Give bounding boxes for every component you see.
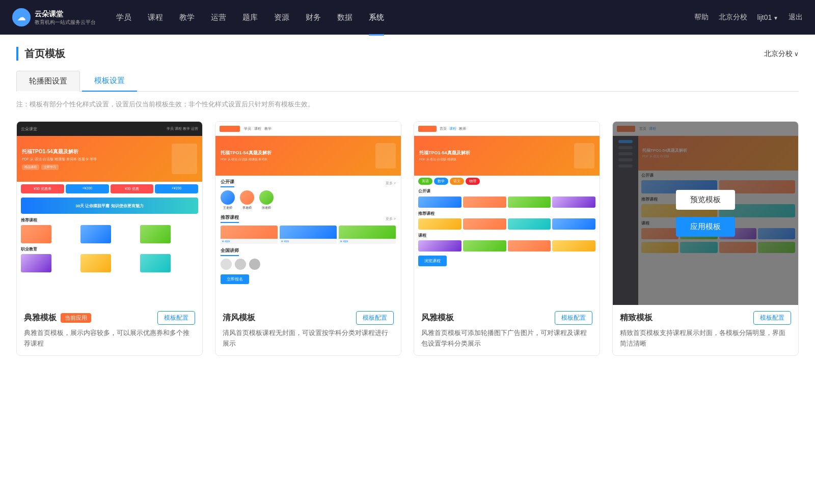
logo-sm-3	[418, 126, 437, 132]
coupon-row-1: ¥30 优惠券 +¥200 ¥30 优惠 +¥200	[17, 182, 202, 196]
hero-sub-1: PDF 从·语法·白话版·精课版·单词本·答题卡·等等	[22, 157, 97, 162]
public-2	[463, 197, 506, 208]
nav-teaching[interactable]: 教学	[179, 11, 195, 24]
all-teacher-1	[221, 259, 232, 270]
c-1	[418, 240, 461, 251]
tab-carousel[interactable]: 轮播图设置	[16, 71, 80, 92]
public-3	[508, 197, 551, 208]
hero-title-3: 托福TPO1-54真题及解析	[419, 150, 470, 156]
help-link[interactable]: 帮助	[694, 13, 709, 22]
hero-img-2	[375, 143, 396, 169]
course-thumb-5	[80, 254, 111, 272]
template-name-row-4: 精致模板 模板配置	[620, 311, 791, 325]
templates-grid: 云朵课堂 学员 课程 教学 运营 托福TPO1-54真题及解析 PDF 从·语法…	[16, 121, 799, 356]
feature-tags-3: 英语 数学 语文 物理	[414, 176, 600, 187]
recommend-grid-3	[414, 217, 600, 231]
template-info-4: 精致模板 模板配置 精致首页模板支持课程展示封面，各模板分隔明显，界面简洁清晰	[613, 305, 798, 355]
nav-finance[interactable]: 财务	[306, 11, 321, 24]
nav-student[interactable]: 学员	[116, 11, 131, 24]
hero-text-2: 托福TPO1-54真题及解析 PDF 从·语法·白话版·精课版·单词本	[221, 150, 271, 162]
branch-selector[interactable]: 北京分校	[764, 49, 799, 59]
section-course-3: 课程	[414, 231, 600, 239]
template-card-1: 云朵课堂 学员 课程 教学 运营 托福TPO1-54真题及解析 PDF 从·语法…	[16, 121, 203, 356]
config-button-2[interactable]: 模板配置	[356, 311, 394, 325]
logout-link[interactable]: 退出	[789, 13, 803, 22]
tabs-area: 轮播图设置 模板设置	[16, 71, 799, 92]
main-header: ☁ 云朵课堂 教育机构一站式服务云平台 学员 课程 教学 运营 题库 资源 财务…	[0, 0, 815, 35]
nav-course[interactable]: 课程	[148, 11, 163, 24]
hero-image-1	[172, 144, 197, 174]
teacher-1: 王老师	[221, 190, 235, 210]
apply-button-4[interactable]: 应用模板	[676, 217, 735, 237]
teacher-name-1: 王老师	[221, 206, 235, 210]
user-menu[interactable]: lijt01	[757, 13, 778, 21]
template-name-3: 风雅模板	[421, 313, 454, 323]
current-badge-1: 当前应用	[61, 313, 91, 323]
more-recommend-2: 更多 >	[386, 216, 396, 221]
nav-question[interactable]: 题库	[242, 11, 258, 24]
course-thumb-3	[140, 225, 171, 243]
teacher-3: 张老师	[259, 190, 274, 210]
course-grid-2	[17, 253, 202, 273]
note-text: 注：模板有部分个性化样式设置，设置后仅当前模板生效；非个性化样式设置后只针对所有…	[16, 100, 799, 109]
tag-1: 英语	[418, 178, 432, 185]
config-button-3[interactable]: 模板配置	[555, 311, 592, 325]
template-card-4: 首页 课程	[612, 121, 799, 356]
nav-item-3-3: 教师	[459, 126, 466, 131]
template-preview-1: 云朵课堂 学员 课程 教学 运营 托福TPO1-54真题及解析 PDF 从·语法…	[17, 122, 202, 305]
mockup-logo-1: 云朵课堂	[21, 126, 37, 132]
logo-text: 云朵课堂 教育机构一站式服务云平台	[35, 9, 96, 25]
mockup-header-1: 云朵课堂 学员 课程 教学 运营	[17, 122, 202, 136]
template-desc-2: 清风首页模板课程无封面，可设置按学科分类对课程进行展示	[223, 328, 394, 349]
course-thumb-6	[140, 254, 171, 272]
hero-sub-3: PDF 从·语法·白话版·精课版	[419, 157, 470, 162]
config-button-4[interactable]: 模板配置	[753, 311, 791, 325]
hero-sub-2: PDF 从·语法·白话版·精课版·单词本	[221, 157, 271, 162]
coupon-4: +¥200	[155, 184, 198, 193]
section-job: 职业教育	[17, 244, 202, 253]
main-nav: 学员 课程 教学 运营 题库 资源 财务 数据 系统	[116, 11, 694, 24]
avatar-3	[259, 190, 274, 205]
mockup-hero-1: 托福TPO1-54真题及解析 PDF 从·语法·白话版·精课版·单词本·答题卡·…	[17, 136, 202, 182]
template-preview-2: 学员 课程 教学 托福TPO1-54真题及解析 PDF 从·语法·白话版·精课版…	[215, 122, 401, 305]
c-2	[463, 240, 506, 251]
hero-tags-1: 精品课程 立即学习	[22, 164, 97, 170]
logo-sm-2	[220, 126, 240, 132]
page-content: 首页模板 北京分校 轮播图设置 模板设置 注：模板有部分个性化样式设置，设置后仅…	[0, 35, 815, 504]
course-card-2-3: ¥ 499	[339, 226, 396, 244]
template-name-1: 典雅模板	[24, 313, 57, 323]
template-card-2: 学员 课程 教学 托福TPO1-54真题及解析 PDF 从·语法·白话版·精课版…	[215, 121, 401, 356]
nav-operations[interactable]: 运营	[211, 11, 226, 24]
tab-template[interactable]: 模板设置	[82, 71, 137, 92]
hero-tag-2: 立即学习	[41, 164, 59, 170]
template-name-left-4: 精致模板	[620, 313, 653, 323]
logo-area: ☁ 云朵课堂 教育机构一站式服务云平台	[12, 8, 96, 26]
section-recommend: 推荐课程	[17, 215, 202, 224]
nav-data[interactable]: 数据	[337, 11, 352, 24]
public-1	[418, 197, 461, 208]
template-name-row-1: 典雅模板 当前应用 模板配置	[24, 311, 195, 325]
template-info-3: 风雅模板 模板配置 风雅首页模板可添加轮播图下广告图片，可对课程及课程包设置学科…	[414, 305, 600, 355]
nav-system[interactable]: 系统	[369, 11, 384, 24]
logo-main: 云朵课堂	[35, 9, 96, 18]
template-name-4: 精致模板	[620, 313, 653, 323]
tag-4: 物理	[466, 178, 480, 185]
preview-button-4[interactable]: 预览模板	[676, 190, 735, 210]
banner-text-1: 30天 让你摆脱平庸 知识使你更有魅力	[75, 203, 143, 209]
avatar-1	[221, 190, 235, 205]
view-btn-3[interactable]: 浏览课程	[418, 256, 447, 266]
branch-link[interactable]: 北京分校	[719, 13, 747, 22]
section-label-recommend-2: 推荐课程	[221, 214, 239, 223]
template-name-left-2: 清风模板	[223, 313, 255, 323]
nav-resources[interactable]: 资源	[274, 11, 289, 24]
template-name-row-2: 清风模板 模板配置	[223, 311, 394, 325]
config-button-1[interactable]: 模板配置	[157, 311, 195, 325]
blue-banner-1: 30天 让你摆脱平庸 知识使你更有魅力	[21, 198, 198, 214]
section-label-teacher-2: 全国讲师	[221, 247, 239, 256]
signup-btn-2[interactable]: 立即报名	[221, 274, 249, 284]
template-info-2: 清风模板 模板配置 清风首页模板课程无封面，可设置按学科分类对课程进行展示	[215, 305, 401, 355]
section-public-3: 公开课	[414, 187, 600, 195]
template-name-left-1: 典雅模板 当前应用	[24, 313, 91, 323]
section-header-recommend-2: 推荐课程 更多 >	[215, 212, 401, 224]
course-price-2-3: ¥ 499	[339, 239, 396, 244]
